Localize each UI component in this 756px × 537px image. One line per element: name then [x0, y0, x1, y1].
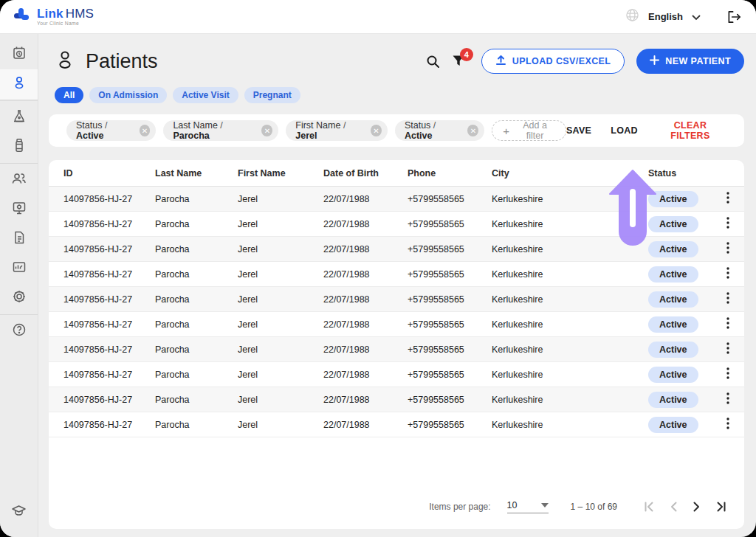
- language-selector-label[interactable]: English: [648, 11, 683, 22]
- row-menu-kebab-icon[interactable]: [722, 366, 734, 383]
- table-row[interactable]: 14097856-HJ-27 Parocha Jerel 22/07/1988 …: [49, 287, 744, 312]
- row-menu-kebab-icon[interactable]: [722, 266, 734, 283]
- upload-csv-button[interactable]: UPLOAD CSV/EXCEL: [481, 49, 625, 74]
- load-filters-button[interactable]: LOAD: [611, 125, 638, 136]
- remove-filter-icon[interactable]: ✕: [467, 125, 478, 136]
- first-page-icon[interactable]: [642, 500, 656, 513]
- table-row[interactable]: 14097856-HJ-27 Parocha Jerel 22/07/1988 …: [49, 262, 744, 287]
- table-row[interactable]: 14097856-HJ-27 Parocha Jerel 22/07/1988 …: [49, 337, 744, 362]
- sidebar-item-laboratory[interactable]: [0, 103, 38, 132]
- cell-dob: 22/07/1988: [323, 420, 408, 430]
- cell-city: Kerlukeshire: [492, 344, 648, 355]
- remove-filter-icon[interactable]: ✕: [140, 125, 151, 136]
- status-badge: Active: [648, 392, 698, 408]
- cell-last-name: Parocha: [155, 344, 238, 355]
- column-header-first-name: First Name: [238, 168, 323, 179]
- sidebar-item-reports[interactable]: [0, 254, 38, 283]
- new-patient-button[interactable]: NEW PATIENT: [636, 49, 744, 74]
- sidebar-item-documents[interactable]: [0, 224, 38, 254]
- add-filter-button[interactable]: + Add a filter: [492, 120, 566, 141]
- table-row[interactable]: 14097856-HJ-27 Parocha Jerel 22/07/1988 …: [49, 362, 744, 387]
- table-row[interactable]: 14097856-HJ-27 Parocha Jerel 22/07/1988 …: [49, 212, 744, 237]
- filter-chip[interactable]: Status / Active ✕: [395, 120, 484, 141]
- table-row[interactable]: 14097856-HJ-27 Parocha Jerel 22/07/1988 …: [49, 387, 744, 412]
- cell-first-name: Jerel: [238, 319, 323, 330]
- cell-city: Kerlukeshire: [492, 194, 648, 204]
- cell-first-name: Jerel: [238, 420, 323, 430]
- cell-last-name: Parocha: [155, 269, 238, 280]
- plus-icon: [650, 55, 659, 67]
- cell-last-name: Parocha: [155, 319, 238, 330]
- chevron-left-icon[interactable]: [668, 500, 679, 513]
- brand-logo: LinkHMS Your Clinic Name: [12, 6, 94, 28]
- logout-icon[interactable]: [727, 10, 741, 24]
- chevron-right-icon[interactable]: [691, 500, 702, 513]
- filter-chip[interactable]: First Name / Jerel ✕: [286, 120, 388, 141]
- quick-filter-all[interactable]: All: [55, 87, 83, 103]
- staff-icon: [11, 171, 27, 189]
- quick-filter-chips: All On Admission Active Visit Pregnant: [49, 87, 744, 103]
- row-menu-kebab-icon[interactable]: [722, 215, 734, 232]
- quick-filter-pregnant[interactable]: Pregnant: [244, 87, 300, 103]
- remove-filter-icon[interactable]: ✕: [261, 125, 272, 136]
- sidebar-item-pharmacy[interactable]: [0, 132, 38, 162]
- cell-phone: +5799558565: [408, 194, 492, 204]
- sidebar-item-help[interactable]: [0, 316, 38, 346]
- brand-tagline: Your Clinic Name: [37, 21, 94, 27]
- settings-icon: [12, 289, 27, 307]
- status-badge: Active: [648, 266, 698, 283]
- cell-id: 14097856-HJ-27: [63, 344, 155, 355]
- cell-first-name: Jerel: [238, 244, 323, 254]
- status-badge: Active: [648, 342, 698, 358]
- cell-dob: 22/07/1988: [323, 244, 408, 254]
- table-row[interactable]: 14097856-HJ-27 Parocha Jerel 22/07/1988 …: [49, 237, 744, 262]
- row-menu-kebab-icon[interactable]: [722, 291, 734, 308]
- table-row[interactable]: 14097856-HJ-27 Parocha Jerel 22/07/1988 …: [49, 312, 744, 337]
- items-per-page-select[interactable]: 10: [507, 500, 549, 513]
- sidebar-divider: [0, 314, 38, 315]
- sidebar-item-workstation[interactable]: [0, 195, 38, 224]
- row-menu-kebab-icon[interactable]: [722, 416, 734, 433]
- cell-last-name: Parocha: [155, 244, 238, 254]
- topbar: LinkHMS Your Clinic Name English: [0, 0, 756, 34]
- sidebar-item-education[interactable]: [0, 497, 38, 527]
- status-badge: Active: [648, 316, 698, 333]
- sidebar-item-patients[interactable]: [0, 69, 38, 99]
- clear-filters-button[interactable]: CLEAR FILTERS: [657, 120, 724, 141]
- cell-last-name: Parocha: [155, 395, 238, 405]
- row-menu-kebab-icon[interactable]: [722, 240, 734, 257]
- patients-table: ID Last Name First Name Date of Birth Ph…: [49, 160, 744, 529]
- column-header-city: City: [492, 168, 648, 179]
- sidebar-item-staff[interactable]: [0, 165, 38, 195]
- row-menu-kebab-icon[interactable]: [722, 341, 734, 358]
- save-filters-button[interactable]: SAVE: [566, 125, 591, 136]
- search-icon[interactable]: [426, 55, 440, 69]
- items-per-page-label: Items per page:: [429, 502, 490, 512]
- table-body: 14097856-HJ-27 Parocha Jerel 22/07/1988 …: [49, 187, 744, 437]
- globe-icon: [625, 8, 639, 25]
- remove-filter-icon[interactable]: ✕: [371, 125, 382, 136]
- row-menu-kebab-icon[interactable]: [722, 316, 734, 333]
- brand-name: LinkHMS: [37, 7, 94, 21]
- sidebar-item-settings[interactable]: [0, 283, 38, 313]
- page-header: Patients 4: [49, 44, 744, 78]
- cell-phone: +5799558565: [408, 269, 492, 280]
- plus-icon: +: [503, 125, 509, 137]
- row-menu-kebab-icon[interactable]: [722, 391, 734, 408]
- row-menu-kebab-icon[interactable]: [722, 190, 734, 207]
- chevron-down-icon[interactable]: [692, 10, 701, 24]
- quick-filter-active-visit[interactable]: Active Visit: [173, 87, 238, 103]
- last-page-icon[interactable]: [714, 500, 728, 513]
- cell-phone: +5799558565: [408, 244, 492, 254]
- filter-chip[interactable]: Status / Active ✕: [66, 120, 156, 141]
- pharmacy-icon: [12, 138, 27, 156]
- filter-chip[interactable]: Last Name / Parocha ✕: [163, 120, 278, 141]
- cell-city: Kerlukeshire: [492, 420, 648, 430]
- table-row[interactable]: 14097856-HJ-27 Parocha Jerel 22/07/1988 …: [49, 412, 744, 437]
- quick-filter-on-admission[interactable]: On Admission: [89, 87, 167, 103]
- cell-phone: +5799558565: [408, 370, 492, 380]
- table-row[interactable]: 14097856-HJ-27 Parocha Jerel 22/07/1988 …: [49, 187, 744, 212]
- sidebar-divider: [0, 100, 38, 101]
- cell-first-name: Jerel: [238, 370, 323, 380]
- sidebar-item-schedule[interactable]: [0, 40, 38, 69]
